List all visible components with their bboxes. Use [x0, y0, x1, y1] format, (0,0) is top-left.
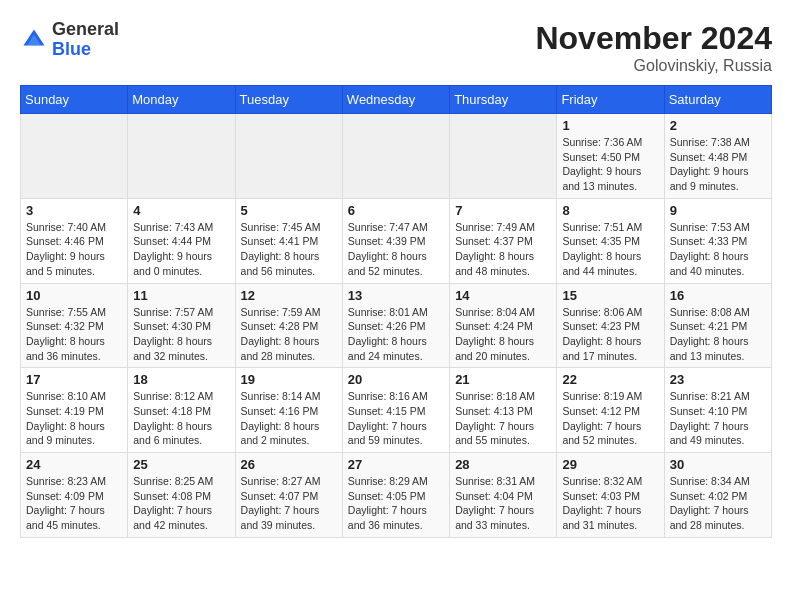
calendar-day-cell: 24Sunrise: 8:23 AM Sunset: 4:09 PM Dayli…: [21, 453, 128, 538]
day-number: 27: [348, 457, 444, 472]
day-number: 2: [670, 118, 766, 133]
calendar-day-cell: 5Sunrise: 7:45 AM Sunset: 4:41 PM Daylig…: [235, 198, 342, 283]
day-info: Sunrise: 8:19 AM Sunset: 4:12 PM Dayligh…: [562, 389, 658, 448]
day-number: 19: [241, 372, 337, 387]
logo-icon: [20, 26, 48, 54]
day-number: 30: [670, 457, 766, 472]
calendar-header: SundayMondayTuesdayWednesdayThursdayFrid…: [21, 86, 772, 114]
day-number: 15: [562, 288, 658, 303]
calendar-day-cell: 28Sunrise: 8:31 AM Sunset: 4:04 PM Dayli…: [450, 453, 557, 538]
calendar-day-cell: [21, 114, 128, 199]
calendar-day-cell: 22Sunrise: 8:19 AM Sunset: 4:12 PM Dayli…: [557, 368, 664, 453]
day-info: Sunrise: 8:31 AM Sunset: 4:04 PM Dayligh…: [455, 474, 551, 533]
day-number: 3: [26, 203, 122, 218]
calendar-day-cell: 15Sunrise: 8:06 AM Sunset: 4:23 PM Dayli…: [557, 283, 664, 368]
day-info: Sunrise: 8:01 AM Sunset: 4:26 PM Dayligh…: [348, 305, 444, 364]
day-info: Sunrise: 8:06 AM Sunset: 4:23 PM Dayligh…: [562, 305, 658, 364]
calendar-day-cell: 14Sunrise: 8:04 AM Sunset: 4:24 PM Dayli…: [450, 283, 557, 368]
month-year-title: November 2024: [535, 20, 772, 57]
day-number: 28: [455, 457, 551, 472]
day-number: 11: [133, 288, 229, 303]
day-info: Sunrise: 7:38 AM Sunset: 4:48 PM Dayligh…: [670, 135, 766, 194]
calendar-week-row: 10Sunrise: 7:55 AM Sunset: 4:32 PM Dayli…: [21, 283, 772, 368]
calendar-day-cell: [235, 114, 342, 199]
calendar-day-cell: 3Sunrise: 7:40 AM Sunset: 4:46 PM Daylig…: [21, 198, 128, 283]
logo-general-text: General: [52, 20, 119, 40]
day-info: Sunrise: 8:21 AM Sunset: 4:10 PM Dayligh…: [670, 389, 766, 448]
calendar-day-cell: 4Sunrise: 7:43 AM Sunset: 4:44 PM Daylig…: [128, 198, 235, 283]
day-number: 12: [241, 288, 337, 303]
day-number: 26: [241, 457, 337, 472]
day-of-week-header: Monday: [128, 86, 235, 114]
header-row: SundayMondayTuesdayWednesdayThursdayFrid…: [21, 86, 772, 114]
calendar-day-cell: [128, 114, 235, 199]
calendar-week-row: 24Sunrise: 8:23 AM Sunset: 4:09 PM Dayli…: [21, 453, 772, 538]
day-info: Sunrise: 8:25 AM Sunset: 4:08 PM Dayligh…: [133, 474, 229, 533]
calendar-day-cell: 12Sunrise: 7:59 AM Sunset: 4:28 PM Dayli…: [235, 283, 342, 368]
day-number: 8: [562, 203, 658, 218]
day-of-week-header: Tuesday: [235, 86, 342, 114]
day-number: 10: [26, 288, 122, 303]
calendar-day-cell: 27Sunrise: 8:29 AM Sunset: 4:05 PM Dayli…: [342, 453, 449, 538]
day-info: Sunrise: 8:29 AM Sunset: 4:05 PM Dayligh…: [348, 474, 444, 533]
day-number: 9: [670, 203, 766, 218]
day-info: Sunrise: 8:32 AM Sunset: 4:03 PM Dayligh…: [562, 474, 658, 533]
calendar-day-cell: 16Sunrise: 8:08 AM Sunset: 4:21 PM Dayli…: [664, 283, 771, 368]
calendar-day-cell: [342, 114, 449, 199]
day-number: 23: [670, 372, 766, 387]
day-info: Sunrise: 8:12 AM Sunset: 4:18 PM Dayligh…: [133, 389, 229, 448]
day-info: Sunrise: 7:59 AM Sunset: 4:28 PM Dayligh…: [241, 305, 337, 364]
calendar-table: SundayMondayTuesdayWednesdayThursdayFrid…: [20, 85, 772, 538]
day-info: Sunrise: 8:08 AM Sunset: 4:21 PM Dayligh…: [670, 305, 766, 364]
day-info: Sunrise: 7:40 AM Sunset: 4:46 PM Dayligh…: [26, 220, 122, 279]
calendar-day-cell: 9Sunrise: 7:53 AM Sunset: 4:33 PM Daylig…: [664, 198, 771, 283]
calendar-week-row: 3Sunrise: 7:40 AM Sunset: 4:46 PM Daylig…: [21, 198, 772, 283]
day-number: 13: [348, 288, 444, 303]
calendar-day-cell: 29Sunrise: 8:32 AM Sunset: 4:03 PM Dayli…: [557, 453, 664, 538]
day-info: Sunrise: 8:04 AM Sunset: 4:24 PM Dayligh…: [455, 305, 551, 364]
day-info: Sunrise: 7:57 AM Sunset: 4:30 PM Dayligh…: [133, 305, 229, 364]
day-info: Sunrise: 8:14 AM Sunset: 4:16 PM Dayligh…: [241, 389, 337, 448]
day-info: Sunrise: 8:34 AM Sunset: 4:02 PM Dayligh…: [670, 474, 766, 533]
calendar-day-cell: 19Sunrise: 8:14 AM Sunset: 4:16 PM Dayli…: [235, 368, 342, 453]
day-number: 18: [133, 372, 229, 387]
calendar-day-cell: 25Sunrise: 8:25 AM Sunset: 4:08 PM Dayli…: [128, 453, 235, 538]
day-info: Sunrise: 8:10 AM Sunset: 4:19 PM Dayligh…: [26, 389, 122, 448]
location-subtitle: Golovinskiy, Russia: [535, 57, 772, 75]
calendar-body: 1Sunrise: 7:36 AM Sunset: 4:50 PM Daylig…: [21, 114, 772, 538]
day-number: 20: [348, 372, 444, 387]
calendar-day-cell: 20Sunrise: 8:16 AM Sunset: 4:15 PM Dayli…: [342, 368, 449, 453]
logo-blue-text: Blue: [52, 40, 119, 60]
day-of-week-header: Friday: [557, 86, 664, 114]
day-info: Sunrise: 7:51 AM Sunset: 4:35 PM Dayligh…: [562, 220, 658, 279]
calendar-day-cell: 26Sunrise: 8:27 AM Sunset: 4:07 PM Dayli…: [235, 453, 342, 538]
day-info: Sunrise: 8:16 AM Sunset: 4:15 PM Dayligh…: [348, 389, 444, 448]
day-number: 22: [562, 372, 658, 387]
calendar-week-row: 1Sunrise: 7:36 AM Sunset: 4:50 PM Daylig…: [21, 114, 772, 199]
day-of-week-header: Sunday: [21, 86, 128, 114]
calendar-day-cell: 2Sunrise: 7:38 AM Sunset: 4:48 PM Daylig…: [664, 114, 771, 199]
day-number: 6: [348, 203, 444, 218]
day-number: 14: [455, 288, 551, 303]
logo-text: General Blue: [52, 20, 119, 60]
day-number: 25: [133, 457, 229, 472]
day-info: Sunrise: 7:47 AM Sunset: 4:39 PM Dayligh…: [348, 220, 444, 279]
day-number: 4: [133, 203, 229, 218]
calendar-week-row: 17Sunrise: 8:10 AM Sunset: 4:19 PM Dayli…: [21, 368, 772, 453]
day-info: Sunrise: 7:49 AM Sunset: 4:37 PM Dayligh…: [455, 220, 551, 279]
day-info: Sunrise: 7:53 AM Sunset: 4:33 PM Dayligh…: [670, 220, 766, 279]
calendar-day-cell: 17Sunrise: 8:10 AM Sunset: 4:19 PM Dayli…: [21, 368, 128, 453]
day-info: Sunrise: 7:45 AM Sunset: 4:41 PM Dayligh…: [241, 220, 337, 279]
day-info: Sunrise: 8:18 AM Sunset: 4:13 PM Dayligh…: [455, 389, 551, 448]
day-info: Sunrise: 7:43 AM Sunset: 4:44 PM Dayligh…: [133, 220, 229, 279]
calendar-day-cell: 1Sunrise: 7:36 AM Sunset: 4:50 PM Daylig…: [557, 114, 664, 199]
day-number: 7: [455, 203, 551, 218]
day-info: Sunrise: 7:55 AM Sunset: 4:32 PM Dayligh…: [26, 305, 122, 364]
day-of-week-header: Saturday: [664, 86, 771, 114]
calendar-day-cell: 7Sunrise: 7:49 AM Sunset: 4:37 PM Daylig…: [450, 198, 557, 283]
calendar-day-cell: 8Sunrise: 7:51 AM Sunset: 4:35 PM Daylig…: [557, 198, 664, 283]
calendar-day-cell: 11Sunrise: 7:57 AM Sunset: 4:30 PM Dayli…: [128, 283, 235, 368]
calendar-day-cell: [450, 114, 557, 199]
day-info: Sunrise: 8:27 AM Sunset: 4:07 PM Dayligh…: [241, 474, 337, 533]
day-number: 24: [26, 457, 122, 472]
